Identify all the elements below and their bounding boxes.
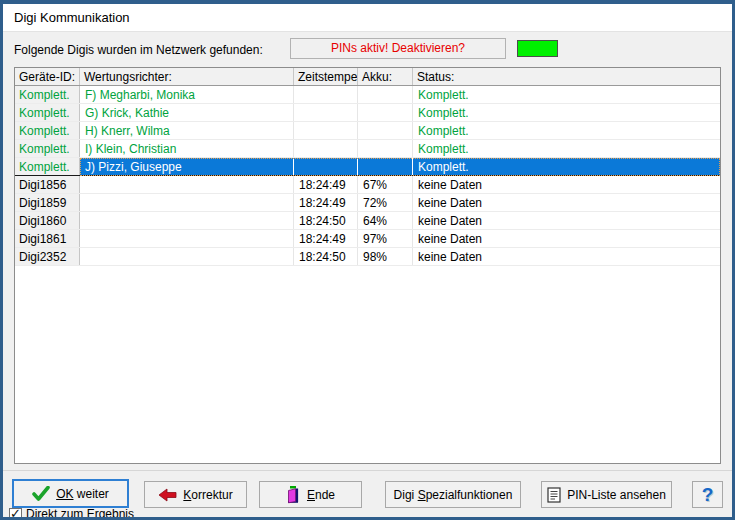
check-icon: [32, 486, 50, 501]
cell-name[interactable]: J) Pizzi, Giuseppe: [80, 158, 294, 175]
titlebar: Digi Kommunikation: [3, 4, 732, 32]
cell-time[interactable]: [294, 158, 358, 175]
ok-weiter-button[interactable]: OK weiter: [12, 479, 129, 508]
cell-akku[interactable]: 72%: [358, 194, 413, 211]
cell-status[interactable]: Komplett.: [413, 86, 720, 103]
direkt-zum-ergebnis-option[interactable]: Direkt zum Ergebnis: [9, 507, 134, 520]
pins-deactivate-button[interactable]: PINs aktiv! Deaktivieren?: [290, 38, 506, 59]
arrow-left-icon: [158, 488, 177, 502]
cell-name[interactable]: G) Krick, Kathie: [80, 104, 294, 121]
cell-name[interactable]: [80, 194, 294, 211]
cell-status[interactable]: Komplett.: [413, 122, 720, 139]
list-document-icon: [547, 487, 561, 503]
cell-status[interactable]: Komplett.: [413, 140, 720, 157]
button-panel-divider: [3, 470, 732, 471]
column-header-zeitstempel: Zeitstempel:: [294, 68, 358, 85]
cell-id[interactable]: Komplett.: [15, 86, 80, 103]
cell-akku[interactable]: [358, 86, 413, 103]
table-row[interactable]: Komplett.F) Megharbi, MonikaKomplett.: [15, 86, 720, 104]
column-header-akku: Akku:: [358, 68, 413, 85]
devices-grid[interactable]: Geräte-ID: Wertungsrichter: Zeitstempel:…: [14, 67, 721, 464]
pinliste-label: PIN-Liste ansehen: [567, 488, 666, 502]
digi-spezialfunktionen-button[interactable]: Digi Spezialfunktionen: [385, 481, 521, 508]
cell-akku[interactable]: [358, 158, 413, 175]
cell-name[interactable]: F) Megharbi, Monika: [80, 86, 294, 103]
window-title: Digi Kommunikation: [14, 10, 130, 25]
cell-name[interactable]: H) Knerr, Wilma: [80, 122, 294, 139]
cell-id[interactable]: Digi1861: [15, 230, 80, 247]
cell-status[interactable]: keine Daten: [413, 248, 720, 265]
korrektur-button[interactable]: Korrektur: [144, 481, 247, 508]
cell-id[interactable]: Komplett.: [15, 158, 80, 175]
cell-name[interactable]: [80, 212, 294, 229]
found-label: Folgende Digis wurden im Netzwerk gefund…: [14, 43, 263, 57]
cell-id[interactable]: Komplett.: [15, 140, 80, 157]
table-row[interactable]: Digi186018:24:5064%keine Daten: [15, 212, 720, 230]
cell-status[interactable]: keine Daten: [413, 194, 720, 211]
cell-akku[interactable]: [358, 104, 413, 121]
help-button[interactable]: ?: [692, 481, 723, 508]
cell-name[interactable]: I) Klein, Christian: [80, 140, 294, 157]
cell-status[interactable]: keine Daten: [413, 176, 720, 193]
grid-rows: Komplett.F) Megharbi, MonikaKomplett.Kom…: [15, 86, 720, 266]
cell-name[interactable]: [80, 248, 294, 265]
cell-status[interactable]: keine Daten: [413, 212, 720, 229]
column-header-wertungsrichter: Wertungsrichter:: [80, 68, 294, 85]
korrektur-label: Korrektur: [183, 488, 232, 502]
cell-time[interactable]: 18:24:50: [294, 248, 358, 265]
cell-status[interactable]: Komplett.: [413, 158, 720, 175]
cell-time[interactable]: [294, 104, 358, 121]
cell-akku[interactable]: [358, 140, 413, 157]
dialog-window: Digi Kommunikation Folgende Digis wurden…: [0, 0, 735, 520]
cell-id[interactable]: Digi2352: [15, 248, 80, 265]
cell-name[interactable]: [80, 176, 294, 193]
pin-liste-ansehen-button[interactable]: PIN-Liste ansehen: [541, 481, 672, 508]
cell-akku[interactable]: [358, 122, 413, 139]
cell-time[interactable]: [294, 86, 358, 103]
table-row[interactable]: Digi185618:24:4967%keine Daten: [15, 176, 720, 194]
table-row[interactable]: Digi235218:24:5098%keine Daten: [15, 248, 720, 266]
cell-akku[interactable]: 64%: [358, 212, 413, 229]
column-header-status: Status:: [413, 68, 720, 85]
direkt-checkbox[interactable]: [9, 508, 22, 520]
ok-weiter-label: OK weiter: [56, 487, 109, 501]
cell-id[interactable]: Komplett.: [15, 104, 80, 121]
table-row[interactable]: Digi185918:24:4972%keine Daten: [15, 194, 720, 212]
spezial-label: Digi Spezialfunktionen: [394, 488, 513, 502]
table-row[interactable]: Komplett.J) Pizzi, GiuseppeKomplett.: [15, 158, 720, 176]
cell-akku[interactable]: 97%: [358, 230, 413, 247]
grid-header: Geräte-ID: Wertungsrichter: Zeitstempel:…: [15, 68, 720, 86]
column-header-geraete-id: Geräte-ID:: [15, 68, 80, 85]
question-mark-icon: ?: [702, 484, 714, 506]
table-row[interactable]: Komplett.H) Knerr, WilmaKomplett.: [15, 122, 720, 140]
table-row[interactable]: Komplett.G) Krick, KathieKomplett.: [15, 104, 720, 122]
exit-door-icon: [286, 486, 301, 504]
cell-id[interactable]: Digi1859: [15, 194, 80, 211]
table-row[interactable]: Digi186118:24:4997%keine Daten: [15, 230, 720, 248]
cell-time[interactable]: 18:24:49: [294, 176, 358, 193]
cell-id[interactable]: Digi1860: [15, 212, 80, 229]
cell-time[interactable]: 18:24:50: [294, 212, 358, 229]
cell-time[interactable]: [294, 140, 358, 157]
cell-status[interactable]: Komplett.: [413, 104, 720, 121]
cell-akku[interactable]: 98%: [358, 248, 413, 265]
ende-button[interactable]: Ende: [259, 481, 362, 508]
pin-status-indicator: [517, 40, 558, 57]
cell-id[interactable]: Komplett.: [15, 122, 80, 139]
cell-status[interactable]: keine Daten: [413, 230, 720, 247]
cell-id[interactable]: Digi1856: [15, 176, 80, 193]
ende-label: Ende: [307, 488, 335, 502]
cell-time[interactable]: 18:24:49: [294, 194, 358, 211]
direkt-checkbox-label: Direkt zum Ergebnis: [26, 507, 134, 520]
cell-time[interactable]: 18:24:49: [294, 230, 358, 247]
cell-time[interactable]: [294, 122, 358, 139]
cell-akku[interactable]: 67%: [358, 176, 413, 193]
cell-name[interactable]: [80, 230, 294, 247]
table-row[interactable]: Komplett.I) Klein, ChristianKomplett.: [15, 140, 720, 158]
